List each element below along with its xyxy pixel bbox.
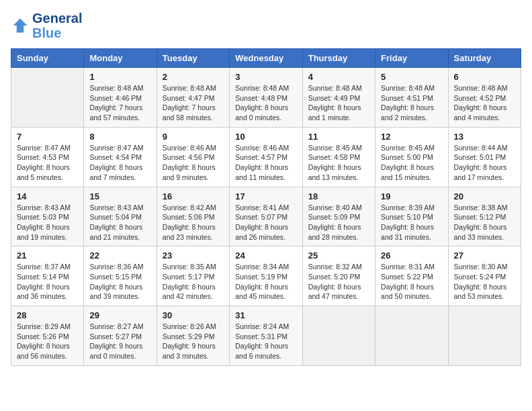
day-number: 17 [235, 191, 296, 201]
calendar-day-cell: 12Sunrise: 8:45 AMSunset: 5:00 PMDayligh… [375, 127, 448, 187]
day-number: 4 [308, 72, 369, 82]
calendar-header: SundayMondayTuesdayWednesdayThursdayFrid… [11, 49, 521, 68]
calendar-day-cell: 17Sunrise: 8:41 AMSunset: 5:07 PMDayligh… [230, 187, 302, 246]
day-number: 27 [454, 250, 515, 261]
calendar-day-cell: 27Sunrise: 8:30 AMSunset: 5:24 PMDayligh… [448, 246, 521, 306]
calendar-day-cell: 8Sunrise: 8:47 AMSunset: 4:54 PMDaylight… [84, 127, 157, 187]
day-number: 13 [454, 132, 515, 142]
day-info: Sunrise: 8:32 AMSunset: 5:20 PMDaylight:… [308, 262, 369, 302]
calendar-day-cell: 28Sunrise: 8:29 AMSunset: 5:26 PMDayligh… [11, 306, 84, 366]
calendar-day-cell: 4Sunrise: 8:48 AMSunset: 4:49 PMDaylight… [302, 68, 375, 128]
day-info: Sunrise: 8:44 AMSunset: 5:01 PMDaylight:… [454, 143, 515, 183]
day-info: Sunrise: 8:37 AMSunset: 5:14 PMDaylight:… [17, 262, 78, 302]
calendar-day-cell: 30Sunrise: 8:26 AMSunset: 5:29 PMDayligh… [157, 306, 229, 366]
logo-icon [11, 16, 30, 35]
day-info: Sunrise: 8:47 AMSunset: 4:54 PMDaylight:… [89, 143, 150, 183]
calendar-week-row: 21Sunrise: 8:37 AMSunset: 5:14 PMDayligh… [11, 246, 521, 306]
day-info: Sunrise: 8:40 AMSunset: 5:09 PMDaylight:… [308, 203, 369, 242]
calendar-day-cell: 18Sunrise: 8:40 AMSunset: 5:09 PMDayligh… [302, 187, 375, 246]
day-number: 31 [235, 310, 296, 320]
day-info: Sunrise: 8:46 AMSunset: 4:57 PMDaylight:… [235, 143, 296, 183]
weekday-header: Tuesday [157, 49, 229, 68]
calendar-day-cell: 29Sunrise: 8:27 AMSunset: 5:27 PMDayligh… [84, 306, 157, 366]
day-info: Sunrise: 8:45 AMSunset: 5:00 PMDaylight:… [381, 143, 442, 183]
day-info: Sunrise: 8:48 AMSunset: 4:47 PMDaylight:… [163, 83, 224, 123]
day-number: 25 [308, 250, 369, 261]
day-info: Sunrise: 8:34 AMSunset: 5:19 PMDaylight:… [235, 262, 296, 302]
day-number: 14 [17, 191, 78, 201]
day-number: 10 [235, 132, 296, 142]
day-info: Sunrise: 8:48 AMSunset: 4:48 PMDaylight:… [235, 83, 296, 123]
day-info: Sunrise: 8:24 AMSunset: 5:31 PMDaylight:… [235, 322, 296, 361]
calendar-day-cell: 1Sunrise: 8:48 AMSunset: 4:46 PMDaylight… [84, 68, 157, 128]
calendar-table: SundayMondayTuesdayWednesdayThursdayFrid… [11, 48, 521, 366]
calendar-week-row: 28Sunrise: 8:29 AMSunset: 5:26 PMDayligh… [11, 306, 521, 366]
weekday-header: Friday [375, 49, 448, 68]
calendar-day-cell: 13Sunrise: 8:44 AMSunset: 5:01 PMDayligh… [448, 127, 521, 187]
day-info: Sunrise: 8:48 AMSunset: 4:51 PMDaylight:… [381, 83, 442, 123]
calendar-day-cell: 19Sunrise: 8:39 AMSunset: 5:10 PMDayligh… [375, 187, 448, 246]
calendar-day-cell: 31Sunrise: 8:24 AMSunset: 5:31 PMDayligh… [230, 306, 302, 366]
day-number: 24 [235, 250, 296, 261]
weekday-header: Monday [84, 49, 157, 68]
logo: GeneralBlue [11, 11, 82, 40]
day-number: 18 [308, 191, 369, 201]
day-number: 12 [381, 132, 442, 142]
calendar-day-cell [11, 68, 84, 128]
day-info: Sunrise: 8:39 AMSunset: 5:10 PMDaylight:… [381, 203, 442, 242]
day-info: Sunrise: 8:48 AMSunset: 4:49 PMDaylight:… [308, 83, 369, 123]
calendar-week-row: 14Sunrise: 8:43 AMSunset: 5:03 PMDayligh… [11, 187, 521, 246]
calendar-day-cell: 22Sunrise: 8:36 AMSunset: 5:15 PMDayligh… [84, 246, 157, 306]
day-number: 7 [17, 132, 78, 142]
day-number: 8 [89, 132, 150, 142]
day-number: 29 [89, 310, 150, 320]
day-number: 2 [163, 72, 224, 82]
calendar-day-cell: 9Sunrise: 8:46 AMSunset: 4:56 PMDaylight… [157, 127, 229, 187]
day-number: 5 [381, 72, 442, 82]
day-info: Sunrise: 8:38 AMSunset: 5:12 PMDaylight:… [454, 203, 515, 242]
calendar-day-cell [448, 306, 521, 366]
day-info: Sunrise: 8:31 AMSunset: 5:22 PMDaylight:… [381, 262, 442, 302]
day-info: Sunrise: 8:48 AMSunset: 4:52 PMDaylight:… [454, 83, 515, 123]
day-info: Sunrise: 8:26 AMSunset: 5:29 PMDaylight:… [163, 322, 224, 361]
calendar-day-cell: 25Sunrise: 8:32 AMSunset: 5:20 PMDayligh… [302, 246, 375, 306]
calendar-day-cell: 16Sunrise: 8:42 AMSunset: 5:06 PMDayligh… [157, 187, 229, 246]
day-number: 21 [17, 250, 78, 261]
logo-text: GeneralBlue [32, 11, 82, 40]
day-number: 30 [163, 310, 224, 320]
day-info: Sunrise: 8:43 AMSunset: 5:03 PMDaylight:… [17, 203, 78, 242]
day-info: Sunrise: 8:35 AMSunset: 5:17 PMDaylight:… [163, 262, 224, 302]
day-info: Sunrise: 8:43 AMSunset: 5:04 PMDaylight:… [89, 203, 150, 242]
day-info: Sunrise: 8:41 AMSunset: 5:07 PMDaylight:… [235, 203, 296, 242]
day-number: 11 [308, 132, 369, 142]
calendar-day-cell: 10Sunrise: 8:46 AMSunset: 4:57 PMDayligh… [230, 127, 302, 187]
day-number: 23 [163, 250, 224, 261]
day-number: 15 [89, 191, 150, 201]
day-number: 6 [454, 72, 515, 82]
calendar-day-cell: 11Sunrise: 8:45 AMSunset: 4:58 PMDayligh… [302, 127, 375, 187]
calendar-day-cell: 21Sunrise: 8:37 AMSunset: 5:14 PMDayligh… [11, 246, 84, 306]
calendar-day-cell [375, 306, 448, 366]
day-number: 26 [381, 250, 442, 261]
calendar-week-row: 7Sunrise: 8:47 AMSunset: 4:53 PMDaylight… [11, 127, 521, 187]
day-info: Sunrise: 8:42 AMSunset: 5:06 PMDaylight:… [163, 203, 224, 242]
calendar-day-cell: 15Sunrise: 8:43 AMSunset: 5:04 PMDayligh… [84, 187, 157, 246]
day-info: Sunrise: 8:45 AMSunset: 4:58 PMDaylight:… [308, 143, 369, 183]
calendar-day-cell: 2Sunrise: 8:48 AMSunset: 4:47 PMDaylight… [157, 68, 229, 128]
calendar-day-cell: 23Sunrise: 8:35 AMSunset: 5:17 PMDayligh… [157, 246, 229, 306]
day-info: Sunrise: 8:46 AMSunset: 4:56 PMDaylight:… [163, 143, 224, 183]
calendar-day-cell: 26Sunrise: 8:31 AMSunset: 5:22 PMDayligh… [375, 246, 448, 306]
day-number: 22 [89, 250, 150, 261]
weekday-header: Sunday [11, 49, 84, 68]
calendar-day-cell: 20Sunrise: 8:38 AMSunset: 5:12 PMDayligh… [448, 187, 521, 246]
page-header: GeneralBlue [11, 11, 521, 40]
day-number: 19 [381, 191, 442, 201]
calendar-day-cell: 3Sunrise: 8:48 AMSunset: 4:48 PMDaylight… [230, 68, 302, 128]
calendar-day-cell: 14Sunrise: 8:43 AMSunset: 5:03 PMDayligh… [11, 187, 84, 246]
day-number: 28 [17, 310, 78, 320]
svg-marker-0 [13, 19, 28, 33]
day-number: 20 [454, 191, 515, 201]
day-info: Sunrise: 8:27 AMSunset: 5:27 PMDaylight:… [89, 322, 150, 361]
day-info: Sunrise: 8:30 AMSunset: 5:24 PMDaylight:… [454, 262, 515, 302]
day-info: Sunrise: 8:36 AMSunset: 5:15 PMDaylight:… [89, 262, 150, 302]
